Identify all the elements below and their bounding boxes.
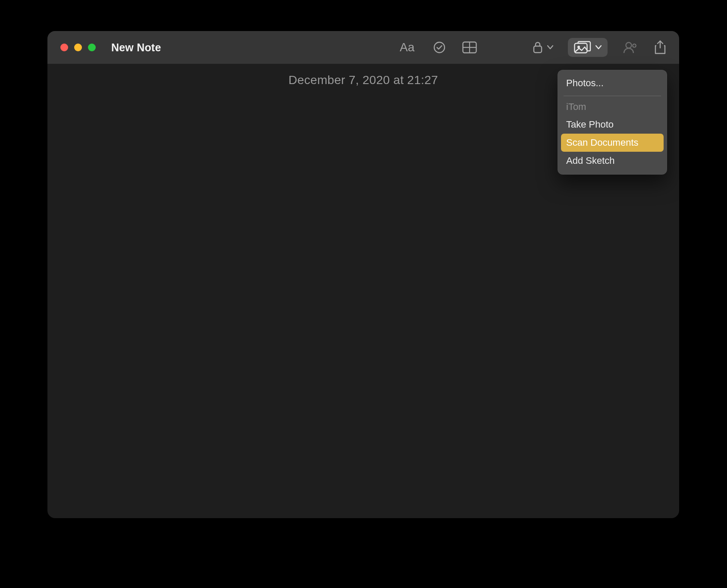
media-button[interactable]	[568, 38, 608, 57]
share-button[interactable]	[652, 38, 668, 57]
svg-text:Aa: Aa	[400, 41, 415, 54]
minimize-window-button[interactable]	[74, 44, 82, 51]
menu-item-photos[interactable]: Photos...	[561, 74, 664, 92]
notes-window: New Note Aa	[47, 31, 679, 518]
menu-device-header: iTom	[561, 97, 664, 116]
window-title: New Note	[111, 41, 161, 54]
checklist-button[interactable]	[432, 38, 447, 57]
svg-rect-5	[534, 46, 542, 53]
media-dropdown-menu: Photos... iTom Take Photo Scan Documents…	[558, 70, 667, 175]
menu-item-add-sketch[interactable]: Add Sketch	[561, 152, 664, 170]
svg-point-8	[626, 43, 632, 48]
chevron-down-icon	[595, 45, 602, 50]
menu-item-take-photo[interactable]: Take Photo	[561, 116, 664, 134]
svg-point-1	[434, 42, 445, 53]
toolbar: Aa	[400, 38, 668, 57]
titlebar: New Note Aa	[47, 31, 679, 64]
menu-divider	[564, 96, 661, 96]
svg-point-7	[577, 46, 580, 48]
table-button[interactable]	[462, 38, 477, 57]
menu-item-scan-documents[interactable]: Scan Documents	[561, 134, 664, 152]
fullscreen-window-button[interactable]	[88, 44, 96, 51]
chevron-down-icon	[547, 45, 553, 50]
close-window-button[interactable]	[60, 44, 68, 51]
photo-icon	[574, 41, 591, 54]
collaborate-button[interactable]	[622, 38, 638, 57]
lock-button[interactable]	[533, 38, 553, 57]
format-button[interactable]: Aa	[400, 38, 417, 57]
window-controls	[60, 44, 96, 51]
